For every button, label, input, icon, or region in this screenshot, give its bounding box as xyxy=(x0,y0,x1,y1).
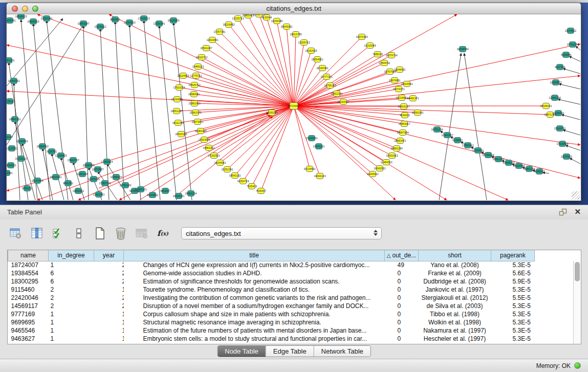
column-header-out-de-[interactable]: △out_de... xyxy=(385,250,419,261)
delete-button[interactable] xyxy=(114,226,127,240)
table-cell[interactable]: 0 xyxy=(385,269,419,277)
column-select-button[interactable] xyxy=(30,226,43,240)
table-row[interactable]: 2242004622012Investigating the contribut… xyxy=(8,294,575,302)
table-row[interactable]: 1938455462009Genome-wide association stu… xyxy=(8,269,575,277)
network-view-window[interactable]: citations_edges.txt 1872400718 xyxy=(6,3,581,201)
column-header-in-degree[interactable]: in_degree xyxy=(49,250,94,261)
table-cell[interactable]: 1997 xyxy=(94,326,124,335)
table-cell[interactable]: 2 xyxy=(49,286,94,294)
table-cell[interactable]: 0 xyxy=(385,335,419,343)
table-cell[interactable]: 18300295 xyxy=(8,277,49,286)
table-cell[interactable]: 5.3E-5 xyxy=(491,318,535,326)
column-header-name[interactable]: name xyxy=(8,250,49,261)
table-cell[interactable]: Jankovic et al. (1997) xyxy=(419,286,491,294)
table-cell[interactable]: 2012 xyxy=(94,294,124,302)
table-cell[interactable]: 1998 xyxy=(94,318,124,326)
table-cell[interactable]: Tourette syndrome. Phenomenology and cla… xyxy=(124,286,385,294)
table-cell[interactable]: 9699695 xyxy=(8,318,49,326)
minimize-window-icon[interactable] xyxy=(22,6,28,12)
table-cell[interactable]: Investigating the contribution of common… xyxy=(124,294,385,302)
table-cell[interactable]: Genome-wide association studies in ADHD. xyxy=(124,269,385,277)
table-cell[interactable]: 1997 xyxy=(94,286,124,294)
table-cell[interactable]: Franke et al. (2009) xyxy=(419,269,491,277)
float-panel-icon[interactable] xyxy=(559,208,567,216)
table-row[interactable]: 946362711997Embryonic stem cells: a mode… xyxy=(8,335,575,343)
column-header-short[interactable]: short xyxy=(419,250,491,261)
scrollbar-thumb[interactable] xyxy=(575,262,580,281)
table-cell[interactable]: Yano et al. (2008) xyxy=(419,261,491,269)
table-cell[interactable]: 5.3E-5 xyxy=(491,335,535,343)
table-cell[interactable]: 9465546 xyxy=(8,326,49,335)
table-cell[interactable]: 0 xyxy=(385,286,419,294)
table-cell[interactable]: Tibbo et al. (1998) xyxy=(419,310,491,318)
window-titlebar[interactable]: citations_edges.txt xyxy=(7,3,581,14)
window-resize-grip[interactable] xyxy=(572,191,580,200)
table-cell[interactable]: 1 xyxy=(49,335,94,343)
table-cell[interactable]: 0 xyxy=(385,277,419,286)
tab-node-table[interactable]: Node Table xyxy=(217,346,266,357)
column-header-year[interactable]: year xyxy=(94,250,124,261)
row-height-button[interactable] xyxy=(72,226,85,240)
select-columns-check-button[interactable] xyxy=(51,226,64,240)
table-cell[interactable]: 0 xyxy=(385,294,419,302)
table-cell[interactable]: Estimation of the future numbers of pati… xyxy=(124,326,385,335)
table-row[interactable]: 946554611997Estimation of the future num… xyxy=(8,326,575,335)
table-cell[interactable]: 19384554 xyxy=(8,269,49,277)
table-cell[interactable]: 0 xyxy=(385,318,419,326)
table-cell[interactable]: 0 xyxy=(385,302,419,310)
table-cell[interactable]: 0 xyxy=(385,310,419,318)
table-cell[interactable]: 2003 xyxy=(94,302,124,310)
table-cell[interactable]: de Silva et al. (2003) xyxy=(419,302,491,310)
table-row[interactable]: 1830029562008Estimation of significance … xyxy=(8,277,575,286)
tab-network-table[interactable]: Network Table xyxy=(314,346,371,357)
table-cell[interactable]: 6 xyxy=(49,269,94,277)
table-row[interactable]: 1872400712008Changes of HCN gene express… xyxy=(8,261,575,269)
table-cell[interactable]: 1 xyxy=(49,326,94,335)
network-canvas[interactable]: 1872400718226852173570611261065120541247… xyxy=(7,14,581,201)
zoom-window-icon[interactable] xyxy=(32,6,38,12)
table-cell[interactable]: 1997 xyxy=(94,335,124,343)
table-cell[interactable]: 9463627 xyxy=(8,335,49,343)
table-cell[interactable]: 5.3E-5 xyxy=(491,302,535,310)
table-row[interactable]: 969969511998Structural magnetic resonanc… xyxy=(8,318,575,326)
table-cell[interactable]: 1 xyxy=(49,261,94,269)
table-cell[interactable]: 2009 xyxy=(94,269,124,277)
table-cell[interactable]: Corpus callosum shape and size in male p… xyxy=(124,310,385,318)
table-cell[interactable]: 14569117 xyxy=(8,302,49,310)
table-cell[interactable]: 1998 xyxy=(94,310,124,318)
table-cell[interactable]: 9777169 xyxy=(8,310,49,318)
table-cell[interactable]: 2008 xyxy=(94,261,124,269)
table-cell[interactable]: 2 xyxy=(49,302,94,310)
table-cell[interactable]: 49 xyxy=(385,261,419,269)
table-cell[interactable]: 2 xyxy=(49,294,94,302)
table-settings-button[interactable] xyxy=(9,226,23,240)
column-header-pagerank[interactable]: pagerank xyxy=(491,250,535,261)
table-cell[interactable]: Estimation of significance thresholds fo… xyxy=(124,277,385,286)
table-cell[interactable]: Wolkin et al. (1998) xyxy=(419,318,491,326)
table-cell[interactable]: 6 xyxy=(49,277,94,286)
table-cell[interactable]: Hescheler et al. (1997) xyxy=(419,335,491,343)
table-cell[interactable]: 18724007 xyxy=(8,261,49,269)
table-row[interactable]: 977716911998Corpus callosum shape and si… xyxy=(8,310,575,318)
table-row[interactable]: 1456911722003Disruption of a novel membe… xyxy=(8,302,575,310)
table-row[interactable]: 911546021997Tourette syndrome. Phenomeno… xyxy=(8,286,575,294)
table-cell[interactable]: 22420046 xyxy=(8,294,49,302)
table-cell[interactable]: Embryonic stem cells: a model to study s… xyxy=(124,335,385,343)
table-cell[interactable]: Stergiakouli et al. (2012) xyxy=(419,294,491,302)
table-cell[interactable]: 5.3E-5 xyxy=(491,326,535,335)
table-cell[interactable]: 5.6E-5 xyxy=(491,269,535,277)
table-cell[interactable]: 5.3E-5 xyxy=(491,286,535,294)
function-builder-button[interactable]: f(x) xyxy=(156,226,169,240)
column-header-title[interactable]: title xyxy=(124,250,385,261)
table-cell[interactable]: 0 xyxy=(385,326,419,335)
new-document-button[interactable] xyxy=(93,226,106,240)
close-window-icon[interactable] xyxy=(12,6,18,12)
close-panel-icon[interactable]: ✕ xyxy=(574,207,581,216)
table-cell[interactable]: Dudbridge et al. (2008) xyxy=(419,277,491,286)
table-cell[interactable]: Nakamura et al. (1997) xyxy=(419,326,491,335)
table-cell[interactable]: 1 xyxy=(49,318,94,326)
network-file-selector[interactable]: citations_edges.txt xyxy=(181,227,382,239)
tab-edge-table[interactable]: Edge Table xyxy=(266,346,314,357)
table-cell[interactable]: 5.3E-5 xyxy=(491,310,535,318)
table-cell[interactable]: 9115460 xyxy=(8,286,49,294)
